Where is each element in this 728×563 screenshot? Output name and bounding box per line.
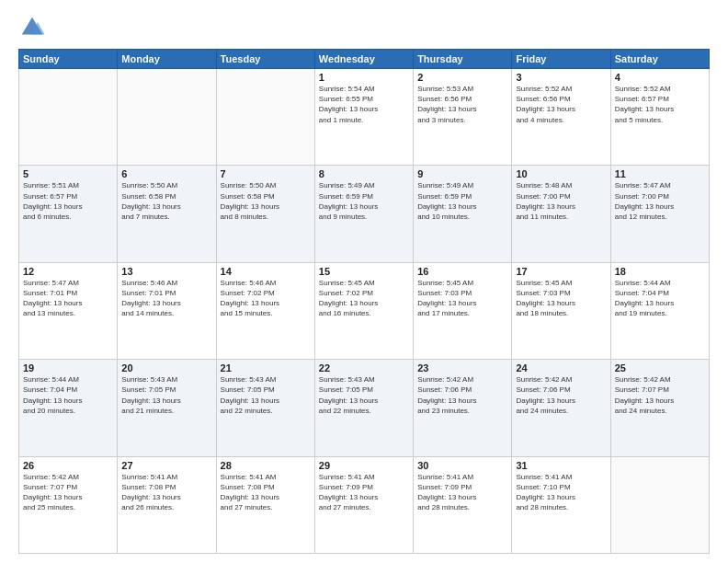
day-number: 3	[516, 72, 606, 83]
day-info: Sunrise: 5:44 AM Sunset: 7:04 PM Dayligh…	[23, 374, 113, 416]
day-info: Sunrise: 5:41 AM Sunset: 7:10 PM Dayligh…	[516, 472, 606, 513]
day-number: 23	[417, 362, 507, 373]
day-info: Sunrise: 5:42 AM Sunset: 7:07 PM Dayligh…	[615, 374, 705, 416]
calendar-cell: 23Sunrise: 5:42 AM Sunset: 7:06 PM Dayli…	[414, 360, 512, 456]
day-header-thursday: Thursday	[414, 50, 512, 69]
day-info: Sunrise: 5:51 AM Sunset: 6:57 PM Dayligh…	[23, 180, 113, 222]
calendar-week-3: 12Sunrise: 5:47 AM Sunset: 7:01 PM Dayli…	[19, 262, 710, 359]
day-info: Sunrise: 5:42 AM Sunset: 7:07 PM Dayligh…	[23, 472, 113, 513]
day-info: Sunrise: 5:54 AM Sunset: 6:55 PM Dayligh…	[319, 84, 409, 125]
page: SundayMondayTuesdayWednesdayThursdayFrid…	[0, 0, 728, 563]
day-number: 12	[23, 266, 113, 277]
day-info: Sunrise: 5:43 AM Sunset: 7:05 PM Dayligh…	[221, 374, 311, 416]
day-number: 30	[417, 460, 507, 471]
calendar-cell: 21Sunrise: 5:43 AM Sunset: 7:05 PM Dayli…	[216, 360, 314, 456]
calendar-cell: 4Sunrise: 5:52 AM Sunset: 6:57 PM Daylig…	[610, 69, 709, 166]
day-info: Sunrise: 5:47 AM Sunset: 7:01 PM Dayligh…	[23, 278, 113, 319]
day-number: 11	[615, 168, 705, 179]
logo-icon	[18, 14, 46, 41]
day-info: Sunrise: 5:53 AM Sunset: 6:56 PM Dayligh…	[417, 84, 507, 125]
day-number: 10	[516, 168, 606, 179]
calendar-cell: 29Sunrise: 5:41 AM Sunset: 7:09 PM Dayli…	[314, 456, 413, 553]
day-number: 2	[417, 72, 507, 83]
day-header-monday: Monday	[118, 50, 216, 69]
calendar-cell	[610, 456, 709, 553]
calendar-cell: 30Sunrise: 5:41 AM Sunset: 7:09 PM Dayli…	[414, 456, 512, 553]
day-number: 20	[121, 362, 211, 373]
day-info: Sunrise: 5:41 AM Sunset: 7:08 PM Dayligh…	[121, 472, 211, 513]
calendar-cell: 25Sunrise: 5:42 AM Sunset: 7:07 PM Dayli…	[610, 360, 709, 456]
day-number: 5	[23, 168, 113, 179]
day-header-sunday: Sunday	[19, 50, 118, 69]
calendar: SundayMondayTuesdayWednesdayThursdayFrid…	[18, 49, 710, 554]
calendar-cell	[118, 69, 216, 166]
day-number: 7	[221, 168, 311, 179]
day-number: 25	[615, 362, 705, 373]
calendar-week-4: 19Sunrise: 5:44 AM Sunset: 7:04 PM Dayli…	[19, 360, 710, 456]
calendar-cell: 28Sunrise: 5:41 AM Sunset: 7:08 PM Dayli…	[216, 456, 314, 553]
calendar-cell: 31Sunrise: 5:41 AM Sunset: 7:10 PM Dayli…	[512, 456, 610, 553]
day-info: Sunrise: 5:52 AM Sunset: 6:57 PM Dayligh…	[615, 84, 705, 125]
day-info: Sunrise: 5:41 AM Sunset: 7:08 PM Dayligh…	[221, 472, 311, 513]
calendar-cell: 13Sunrise: 5:46 AM Sunset: 7:01 PM Dayli…	[118, 262, 216, 359]
day-info: Sunrise: 5:45 AM Sunset: 7:02 PM Dayligh…	[319, 278, 409, 319]
day-number: 8	[319, 168, 409, 179]
calendar-cell: 1Sunrise: 5:54 AM Sunset: 6:55 PM Daylig…	[314, 69, 413, 166]
day-number: 26	[23, 460, 113, 471]
calendar-cell: 10Sunrise: 5:48 AM Sunset: 7:00 PM Dayli…	[512, 166, 610, 262]
calendar-cell: 22Sunrise: 5:43 AM Sunset: 7:05 PM Dayli…	[314, 360, 413, 456]
calendar-week-5: 26Sunrise: 5:42 AM Sunset: 7:07 PM Dayli…	[19, 456, 710, 553]
logo	[18, 14, 50, 41]
day-number: 29	[319, 460, 409, 471]
header	[18, 14, 710, 41]
day-header-friday: Friday	[512, 50, 610, 69]
calendar-cell: 2Sunrise: 5:53 AM Sunset: 6:56 PM Daylig…	[414, 69, 512, 166]
day-info: Sunrise: 5:43 AM Sunset: 7:05 PM Dayligh…	[319, 374, 409, 416]
calendar-cell: 18Sunrise: 5:44 AM Sunset: 7:04 PM Dayli…	[610, 262, 709, 359]
day-info: Sunrise: 5:52 AM Sunset: 6:56 PM Dayligh…	[516, 84, 606, 125]
calendar-week-2: 5Sunrise: 5:51 AM Sunset: 6:57 PM Daylig…	[19, 166, 710, 262]
day-number: 9	[417, 168, 507, 179]
calendar-cell: 12Sunrise: 5:47 AM Sunset: 7:01 PM Dayli…	[19, 262, 118, 359]
calendar-cell: 27Sunrise: 5:41 AM Sunset: 7:08 PM Dayli…	[118, 456, 216, 553]
day-number: 31	[516, 460, 606, 471]
day-number: 27	[121, 460, 211, 471]
day-info: Sunrise: 5:47 AM Sunset: 7:00 PM Dayligh…	[615, 180, 705, 222]
day-number: 28	[221, 460, 311, 471]
calendar-week-1: 1Sunrise: 5:54 AM Sunset: 6:55 PM Daylig…	[19, 69, 710, 166]
calendar-cell: 9Sunrise: 5:49 AM Sunset: 6:59 PM Daylig…	[414, 166, 512, 262]
calendar-cell: 14Sunrise: 5:46 AM Sunset: 7:02 PM Dayli…	[216, 262, 314, 359]
calendar-cell	[19, 69, 118, 166]
day-number: 14	[221, 266, 311, 277]
calendar-cell	[216, 69, 314, 166]
day-header-wednesday: Wednesday	[314, 50, 413, 69]
calendar-cell: 5Sunrise: 5:51 AM Sunset: 6:57 PM Daylig…	[19, 166, 118, 262]
day-info: Sunrise: 5:45 AM Sunset: 7:03 PM Dayligh…	[516, 278, 606, 319]
calendar-cell: 7Sunrise: 5:50 AM Sunset: 6:58 PM Daylig…	[216, 166, 314, 262]
calendar-cell: 15Sunrise: 5:45 AM Sunset: 7:02 PM Dayli…	[314, 262, 413, 359]
calendar-cell: 20Sunrise: 5:43 AM Sunset: 7:05 PM Dayli…	[118, 360, 216, 456]
day-number: 21	[221, 362, 311, 373]
day-info: Sunrise: 5:50 AM Sunset: 6:58 PM Dayligh…	[121, 180, 211, 222]
day-header-tuesday: Tuesday	[216, 50, 314, 69]
day-info: Sunrise: 5:43 AM Sunset: 7:05 PM Dayligh…	[121, 374, 211, 416]
calendar-cell: 16Sunrise: 5:45 AM Sunset: 7:03 PM Dayli…	[414, 262, 512, 359]
day-info: Sunrise: 5:42 AM Sunset: 7:06 PM Dayligh…	[417, 374, 507, 416]
calendar-cell: 24Sunrise: 5:42 AM Sunset: 7:06 PM Dayli…	[512, 360, 610, 456]
day-info: Sunrise: 5:50 AM Sunset: 6:58 PM Dayligh…	[221, 180, 311, 222]
calendar-cell: 17Sunrise: 5:45 AM Sunset: 7:03 PM Dayli…	[512, 262, 610, 359]
calendar-header-row: SundayMondayTuesdayWednesdayThursdayFrid…	[19, 50, 710, 69]
day-info: Sunrise: 5:46 AM Sunset: 7:02 PM Dayligh…	[221, 278, 311, 319]
day-number: 4	[615, 72, 705, 83]
day-info: Sunrise: 5:49 AM Sunset: 6:59 PM Dayligh…	[319, 180, 409, 222]
day-number: 19	[23, 362, 113, 373]
calendar-cell: 3Sunrise: 5:52 AM Sunset: 6:56 PM Daylig…	[512, 69, 610, 166]
day-info: Sunrise: 5:41 AM Sunset: 7:09 PM Dayligh…	[417, 472, 507, 513]
day-number: 22	[319, 362, 409, 373]
day-info: Sunrise: 5:45 AM Sunset: 7:03 PM Dayligh…	[417, 278, 507, 319]
day-info: Sunrise: 5:41 AM Sunset: 7:09 PM Dayligh…	[319, 472, 409, 513]
day-header-saturday: Saturday	[610, 50, 709, 69]
day-number: 13	[121, 266, 211, 277]
day-number: 1	[319, 72, 409, 83]
day-number: 17	[516, 266, 606, 277]
